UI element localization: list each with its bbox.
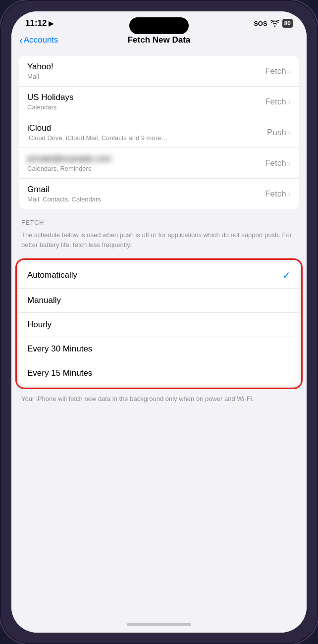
battery-level: 80 (284, 20, 291, 27)
fetch-option-automatically[interactable]: Automatically ✓ (19, 262, 299, 289)
account-action-holidays: Fetch › (265, 97, 291, 107)
footer-note: Your iPhone will fetch new data in the b… (11, 390, 307, 414)
yahoo-action-label: Fetch (265, 66, 286, 76)
account-sub-private: Calendars, Reminders (27, 165, 111, 172)
location-icon: ▶ (49, 20, 53, 27)
automatically-label: Automatically (27, 270, 77, 280)
dynamic-island (129, 17, 189, 34)
account-row-gmail[interactable]: Gmail Mail, Contacts, Calendars Fetch › (19, 179, 299, 209)
account-row-icloud[interactable]: iCloud iCloud Drive, iCloud Mail, Contac… (19, 117, 299, 148)
page-title: Fetch New Data (128, 35, 191, 45)
fetch-option-15min[interactable]: Every 15 Minutes (19, 361, 299, 385)
nav-bar: ‹ Accounts Fetch New Data (11, 31, 307, 51)
wifi-icon (270, 20, 279, 27)
time-display: 11:12 (25, 18, 47, 28)
account-info-yahoo: Yahoo! Mail (27, 62, 53, 80)
account-name-yahoo: Yahoo! (27, 62, 53, 72)
gmail-action-label: Fetch (265, 189, 286, 199)
home-indicator (11, 619, 307, 633)
account-name-gmail: Gmail (27, 185, 101, 195)
account-sub-holidays: Calendars (27, 103, 74, 111)
fetch-options-container: Automatically ✓ Manually Hourly Every 30… (19, 262, 299, 385)
account-sub-gmail: Mail, Contacts, Calendars (27, 196, 101, 203)
private-action-label: Fetch (265, 158, 286, 168)
account-info-icloud: iCloud iCloud Drive, iCloud Mail, Contac… (27, 123, 167, 142)
accounts-list: Yahoo! Mail Fetch › US Holidays Calendar… (19, 56, 299, 209)
status-time: 11:12 ▶ (25, 18, 53, 28)
battery-indicator: 80 (282, 19, 293, 28)
check-icon: ✓ (282, 269, 291, 281)
account-action-gmail: Fetch › (265, 189, 291, 199)
chevron-right-icon-4: › (288, 159, 291, 168)
account-name-icloud: iCloud (27, 123, 167, 133)
chevron-right-icon: › (288, 67, 291, 76)
account-row-holidays[interactable]: US Holidays Calendars Fetch › (19, 87, 299, 117)
chevron-right-icon-3: › (288, 128, 291, 137)
chevron-right-icon-5: › (288, 190, 291, 198)
account-sub-icloud: iCloud Drive, iCloud Mail, Contacts and … (27, 134, 167, 142)
phone-frame: 11:12 ▶ SOS 80 ‹ (0, 0, 318, 644)
15min-label: Every 15 Minutes (27, 368, 92, 378)
chevron-right-icon-2: › (288, 98, 291, 106)
phone-screen: 11:12 ▶ SOS 80 ‹ (11, 11, 307, 633)
fetch-section: FETCH The schedule below is used when pu… (11, 219, 307, 257)
30min-label: Every 30 Minutes (27, 344, 92, 354)
fetch-description: The schedule below is used when push is … (19, 230, 299, 257)
fetch-section-title: FETCH (19, 219, 299, 230)
holidays-action-label: Fetch (265, 97, 286, 107)
fetch-option-30min[interactable]: Every 30 Minutes (19, 337, 299, 361)
back-button[interactable]: ‹ Accounts (19, 35, 58, 45)
account-info-holidays: US Holidays Calendars (27, 93, 74, 111)
content-area: Yahoo! Mail Fetch › US Holidays Calendar… (11, 51, 307, 619)
account-info-private: private@example.com Calendars, Reminders (27, 154, 111, 172)
account-action-icloud: Push › (267, 128, 291, 138)
account-info-gmail: Gmail Mail, Contacts, Calendars (27, 185, 101, 203)
manually-label: Manually (27, 296, 61, 305)
icloud-action-label: Push (267, 128, 286, 138)
back-chevron-icon: ‹ (19, 35, 23, 45)
account-row-yahoo[interactable]: Yahoo! Mail Fetch › (19, 56, 299, 87)
home-bar (127, 623, 191, 626)
hourly-label: Hourly (27, 320, 52, 330)
sos-indicator: SOS (254, 20, 267, 27)
account-row-private[interactable]: private@example.com Calendars, Reminders… (19, 148, 299, 179)
back-label: Accounts (24, 35, 58, 45)
account-sub-yahoo: Mail (27, 73, 53, 80)
account-name-private: private@example.com (27, 154, 111, 164)
account-action-yahoo: Fetch › (265, 66, 291, 76)
fetch-option-manually[interactable]: Manually (19, 289, 299, 313)
account-name-holidays: US Holidays (27, 93, 74, 102)
status-right: SOS 80 (254, 19, 293, 28)
account-action-private: Fetch › (265, 158, 291, 168)
fetch-option-hourly[interactable]: Hourly (19, 313, 299, 337)
fetch-options-list: Automatically ✓ Manually Hourly Every 30… (19, 262, 299, 385)
